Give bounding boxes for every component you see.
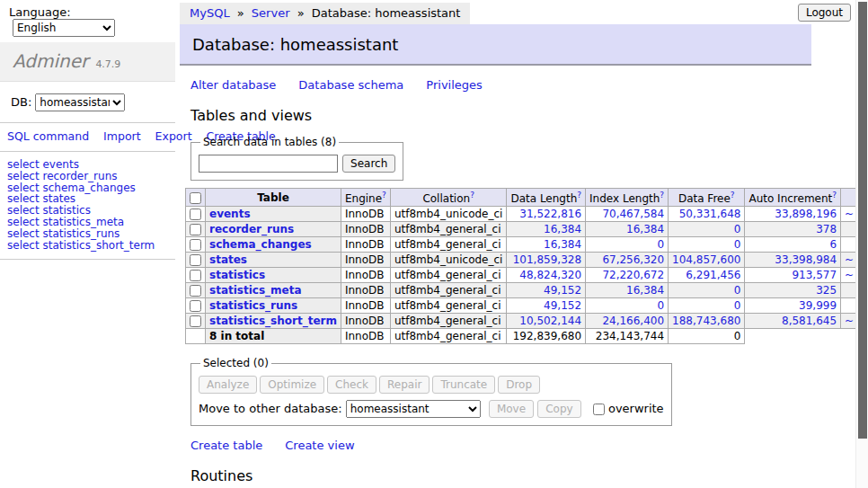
- data-free-link[interactable]: 50,331,648: [679, 208, 741, 220]
- sidebar-table-link[interactable]: select statistics_short_term: [7, 240, 168, 252]
- row-checkbox[interactable]: [190, 209, 201, 220]
- data-free-cell: 104,857,600: [669, 253, 745, 268]
- scrollbar-thumb[interactable]: [858, 2, 867, 439]
- auto-increment-link[interactable]: 39,999: [799, 299, 837, 312]
- column-hint-link[interactable]: ?: [731, 191, 735, 200]
- search-button[interactable]: Search: [342, 155, 395, 173]
- data-length-link[interactable]: 49,152: [544, 284, 581, 297]
- collation-cell: utf8mb4_general_ci: [390, 298, 507, 314]
- row-checkbox[interactable]: [190, 300, 201, 312]
- adminer-logo[interactable]: Adminer: [13, 50, 88, 72]
- table-name-link[interactable]: statistics_meta: [209, 284, 302, 297]
- row-checkbox[interactable]: [190, 315, 201, 327]
- data-length-link[interactable]: 101,859,328: [513, 253, 581, 266]
- table-name-link[interactable]: statistics: [209, 269, 265, 281]
- data-free-link[interactable]: 104,857,600: [672, 253, 740, 266]
- index-length-link[interactable]: 67,256,320: [602, 253, 664, 266]
- sidebar-table-link[interactable]: select statistics_meta: [7, 217, 168, 228]
- table-name-link[interactable]: statistics_short_term: [209, 315, 337, 327]
- data-free-link[interactable]: 188,743,680: [672, 315, 740, 327]
- selected-legend: Selected (0): [200, 357, 271, 369]
- index-length-link[interactable]: 70,467,584: [602, 208, 664, 220]
- row-checkbox[interactable]: [190, 224, 201, 235]
- data-free-link[interactable]: 0: [734, 284, 741, 297]
- language-select[interactable]: English: [13, 19, 115, 37]
- move-button[interactable]: Move: [489, 400, 534, 418]
- data-free-cell: 6,291,456: [669, 268, 745, 283]
- sidebar-table-link[interactable]: select recorder_runs: [7, 171, 168, 182]
- breadcrumb-link[interactable]: MySQL: [190, 6, 230, 20]
- logout-button[interactable]: Logout: [798, 4, 851, 22]
- column-hint-link[interactable]: ?: [577, 191, 581, 200]
- overwrite-label[interactable]: overwrite: [608, 402, 664, 415]
- data-length-link[interactable]: 49,152: [544, 299, 581, 312]
- repair-button[interactable]: Repair: [379, 376, 430, 394]
- index-length-link[interactable]: 16,384: [626, 284, 664, 297]
- table-name-link[interactable]: statistics_runs: [209, 299, 297, 312]
- row-checkbox[interactable]: [190, 239, 201, 251]
- move-database-select[interactable]: homeassistant: [346, 400, 481, 418]
- breadcrumb-link[interactable]: Server: [252, 6, 290, 20]
- index-length-link[interactable]: 0: [657, 238, 664, 251]
- auto-increment-link[interactable]: 913,577: [792, 269, 837, 281]
- auto-increment-link[interactable]: 8,581,645: [782, 315, 837, 327]
- table-name-link[interactable]: events: [209, 208, 251, 220]
- data-length-link[interactable]: 16,384: [544, 223, 581, 235]
- row-checkbox[interactable]: [190, 254, 201, 266]
- column-hint-link[interactable]: ?: [832, 191, 837, 200]
- index-length-cell: 0: [586, 237, 669, 253]
- truncate-button[interactable]: Truncate: [432, 376, 495, 394]
- data-free-link[interactable]: 0: [734, 223, 741, 235]
- column-hint-link[interactable]: ?: [382, 191, 386, 200]
- sidebar-link-import[interactable]: Import: [103, 129, 141, 143]
- auto-increment-link[interactable]: 33,398,984: [775, 253, 837, 266]
- create-table-link[interactable]: Create table: [190, 439, 262, 452]
- column-hint-link[interactable]: ?: [660, 191, 664, 200]
- index-length-link[interactable]: 24,166,400: [602, 315, 664, 327]
- auto-increment-link[interactable]: 6: [829, 238, 837, 251]
- table-name-cell: statistics_short_term: [206, 314, 341, 329]
- auto-increment-link[interactable]: 325: [816, 284, 837, 297]
- data-length-link[interactable]: 10,502,144: [519, 315, 581, 327]
- db-label: DB:: [11, 95, 31, 109]
- table-name-link[interactable]: recorder_runs: [209, 223, 294, 235]
- alter-database-link[interactable]: Alter database: [190, 78, 276, 92]
- search-input[interactable]: [199, 155, 338, 173]
- data-free-link[interactable]: 0: [734, 299, 741, 312]
- data-free-link[interactable]: 0: [734, 238, 741, 251]
- copy-button[interactable]: Copy: [537, 400, 580, 418]
- data-length-link[interactable]: 31,522,816: [519, 208, 581, 220]
- column-hint-link[interactable]: ?: [470, 191, 474, 200]
- table-name-link[interactable]: schema_changes: [209, 238, 312, 251]
- index-length-link[interactable]: 16,384: [626, 223, 664, 235]
- auto-increment-link[interactable]: 378: [816, 223, 837, 235]
- index-length-link[interactable]: 72,220,672: [602, 269, 664, 281]
- table-name-link[interactable]: states: [209, 253, 247, 266]
- select-all-checkbox[interactable]: [190, 192, 201, 204]
- index-length-link[interactable]: 0: [657, 299, 664, 312]
- row-checkbox[interactable]: [190, 270, 201, 281]
- vertical-scrollbar[interactable]: [855, 0, 868, 488]
- optimize-button[interactable]: Optimize: [260, 376, 324, 394]
- analyze-button[interactable]: Analyze: [199, 376, 257, 394]
- sidebar-link-sql-command[interactable]: SQL command: [7, 129, 89, 143]
- sidebar-table-link[interactable]: select statistics_runs: [7, 228, 168, 240]
- auto-increment-link[interactable]: 33,898,196: [775, 208, 837, 220]
- index-length-cell: 67,256,320: [586, 253, 669, 268]
- create-view-link[interactable]: Create view: [285, 439, 354, 452]
- sidebar-table-links: select eventsselect recorder_runsselect …: [0, 152, 175, 260]
- selected-buttons-row: AnalyzeOptimizeCheckRepairTruncateDrop: [199, 375, 664, 400]
- privileges-link[interactable]: Privileges: [426, 78, 483, 92]
- drop-button[interactable]: Drop: [498, 376, 540, 394]
- db-select[interactable]: homeassistant: [35, 93, 125, 111]
- row-checkbox[interactable]: [190, 285, 201, 297]
- data-length-link[interactable]: 48,824,320: [519, 269, 581, 281]
- database-schema-link[interactable]: Database schema: [298, 78, 403, 92]
- data-free-link[interactable]: 6,291,456: [686, 269, 740, 281]
- sidebar-table-link[interactable]: select events: [7, 159, 168, 171]
- data-length-link[interactable]: 16,384: [544, 238, 581, 251]
- search-legend: Search data in tables (8): [200, 136, 339, 148]
- data-free-cell: 0: [669, 222, 745, 237]
- check-button[interactable]: Check: [327, 376, 376, 394]
- overwrite-checkbox[interactable]: [593, 404, 605, 415]
